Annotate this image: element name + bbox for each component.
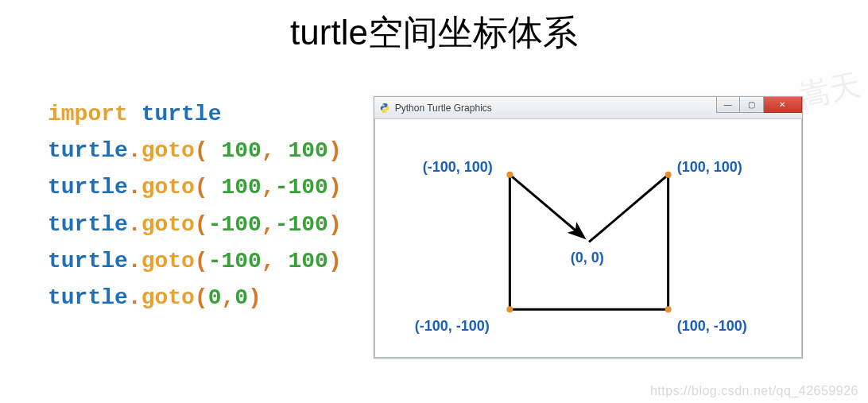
module-ref: turtle — [48, 138, 128, 163]
module-ref: turtle — [48, 249, 128, 273]
svg-point-4 — [665, 306, 671, 312]
label-top-left: (-100, 100) — [423, 159, 493, 176]
dot: . — [128, 175, 141, 200]
func-goto: goto — [141, 249, 195, 273]
turtle-window: Python Turtle Graphics — ▢ ✕ — [374, 96, 803, 358]
paren-open: ( — [195, 175, 208, 200]
turtle-canvas: (-100, 100) (100, 100) (-100, -100) (100… — [374, 119, 802, 358]
label-bottom-right: (100, -100) — [677, 318, 747, 335]
comma: , — [262, 175, 275, 200]
arg-y: 0 — [234, 285, 248, 310]
module-ref: turtle — [48, 212, 128, 237]
module-ref: turtle — [48, 175, 128, 200]
paren-open: ( — [195, 138, 208, 163]
window-controls: — ▢ ✕ — [716, 97, 802, 113]
maximize-button[interactable]: ▢ — [740, 97, 764, 113]
paren-close: ) — [328, 249, 342, 273]
comma: , — [262, 138, 275, 163]
comma: , — [262, 249, 275, 273]
arg-y: 100 — [275, 249, 328, 273]
svg-point-2 — [665, 172, 671, 178]
code-block: import turtle turtle.goto( 100, 100) tur… — [48, 96, 342, 358]
slide-title: turtle空间坐标体系 — [0, 0, 868, 56]
close-button[interactable]: ✕ — [764, 97, 802, 113]
svg-point-3 — [506, 306, 513, 312]
arg-x: 0 — [208, 285, 222, 310]
paren-open: ( — [195, 285, 208, 310]
paren-open: ( — [195, 249, 208, 273]
arg-x: 100 — [208, 138, 262, 163]
arg-y: -100 — [275, 175, 328, 200]
label-center: (0, 0) — [571, 250, 604, 266]
func-goto: goto — [141, 175, 195, 200]
arg-y: 100 — [275, 138, 328, 163]
arg-y: -100 — [275, 212, 328, 237]
comma: , — [221, 285, 234, 310]
dot: . — [128, 249, 141, 273]
comma: , — [262, 212, 275, 237]
func-goto: goto — [141, 138, 195, 163]
dot: . — [128, 285, 141, 310]
arg-x: -100 — [208, 212, 262, 237]
minimize-button[interactable]: — — [716, 97, 740, 113]
slide-content: import turtle turtle.goto( 100, 100) tur… — [0, 56, 868, 358]
module-ref: turtle — [48, 285, 128, 310]
window-title: Python Turtle Graphics — [395, 103, 492, 114]
keyword-import: import — [48, 102, 128, 126]
dot: . — [128, 138, 141, 163]
paren-close: ) — [248, 285, 262, 310]
func-goto: goto — [141, 285, 195, 310]
dot: . — [128, 212, 141, 237]
paren-close: ) — [328, 138, 342, 163]
watermark-url: https://blog.csdn.net/qq_42659926 — [650, 384, 858, 398]
paren-close: ) — [328, 212, 342, 237]
arg-x: -100 — [208, 249, 262, 273]
func-goto: goto — [141, 212, 195, 237]
paren-close: ) — [328, 175, 342, 200]
python-icon — [379, 103, 390, 114]
label-top-right: (100, 100) — [677, 159, 742, 176]
arg-x: 100 — [208, 175, 262, 200]
svg-point-1 — [506, 172, 513, 178]
svg-line-0 — [510, 175, 583, 237]
titlebar: Python Turtle Graphics — ▢ ✕ — [374, 97, 802, 119]
paren-open: ( — [195, 212, 208, 237]
label-bottom-left: (-100, -100) — [415, 318, 490, 335]
module-name: turtle — [141, 102, 222, 126]
